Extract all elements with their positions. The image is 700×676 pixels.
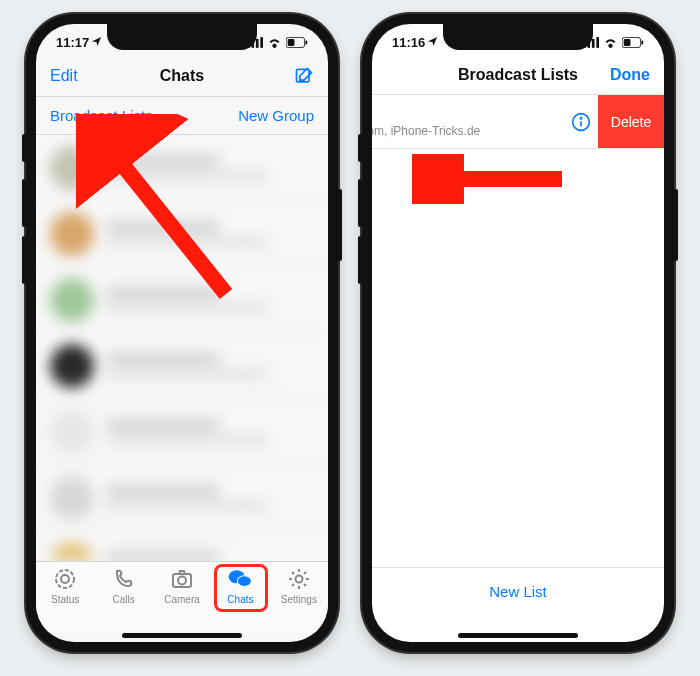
edit-button[interactable]: Edit xyxy=(50,67,78,85)
done-button[interactable]: Done xyxy=(610,66,650,84)
info-icon xyxy=(571,112,591,132)
svg-point-8 xyxy=(56,570,74,588)
tab-calls[interactable]: Calls xyxy=(94,566,152,605)
svg-rect-18 xyxy=(592,38,595,47)
new-list-button[interactable]: New List xyxy=(372,567,664,615)
tab-bar: Status Calls Camera Chats Settings xyxy=(36,561,328,633)
svg-rect-3 xyxy=(260,37,263,48)
highlight-chats-tab xyxy=(214,564,268,612)
svg-rect-19 xyxy=(596,37,599,48)
phone-right: 11:16 Broadcast Lists Done :: 2 cks.com,… xyxy=(362,14,674,652)
home-indicator[interactable] xyxy=(122,633,242,638)
svg-point-25 xyxy=(580,117,581,118)
svg-point-14 xyxy=(295,576,302,583)
tab-camera[interactable]: Camera xyxy=(153,566,211,605)
tab-status[interactable]: Status xyxy=(36,566,94,605)
phone-icon xyxy=(111,566,137,592)
chat-row[interactable] xyxy=(36,267,328,333)
nav-bar: Broadcast Lists Done xyxy=(372,60,664,95)
sub-nav: Broadcast Lists New Group xyxy=(36,97,328,135)
home-indicator[interactable] xyxy=(458,633,578,638)
location-icon xyxy=(91,35,102,50)
svg-rect-2 xyxy=(256,38,259,47)
svg-rect-22 xyxy=(641,40,643,44)
tab-label: Camera xyxy=(164,594,200,605)
row-subtitle: cks.com, iPhone-Tricks.de xyxy=(372,124,552,138)
chat-list[interactable] xyxy=(36,135,328,561)
status-time: 11:17 xyxy=(56,35,89,50)
svg-rect-21 xyxy=(624,39,631,46)
camera-icon xyxy=(169,566,195,592)
svg-rect-6 xyxy=(305,40,307,44)
broadcast-lists-button[interactable]: Broadcast Lists xyxy=(50,107,153,124)
phone-left: 11:17 Edit Chats Broadcast Lists New Gro… xyxy=(26,14,338,652)
nav-title: Chats xyxy=(160,67,204,85)
nav-title: Broadcast Lists xyxy=(458,66,578,84)
compose-icon xyxy=(294,66,314,86)
status-icon xyxy=(52,566,78,592)
battery-icon xyxy=(286,37,308,48)
gear-icon xyxy=(286,566,312,592)
wifi-icon xyxy=(603,37,618,48)
chat-row[interactable] xyxy=(36,531,328,561)
notch xyxy=(107,24,257,50)
chat-row[interactable] xyxy=(36,135,328,201)
svg-point-9 xyxy=(61,575,69,583)
broadcast-list-row[interactable]: :: 2 cks.com, iPhone-Tricks.de Delete xyxy=(372,95,664,149)
new-group-button[interactable]: New Group xyxy=(238,107,314,124)
notch xyxy=(443,24,593,50)
row-title: :: 2 xyxy=(372,106,552,122)
empty-area xyxy=(372,149,664,567)
nav-bar: Edit Chats xyxy=(36,60,328,97)
svg-rect-5 xyxy=(288,39,295,46)
tab-label: Settings xyxy=(281,594,317,605)
location-icon xyxy=(427,35,438,50)
chat-row[interactable] xyxy=(36,465,328,531)
compose-button[interactable] xyxy=(294,66,314,86)
row-content: :: 2 cks.com, iPhone-Tricks.de xyxy=(372,95,564,148)
chat-row[interactable] xyxy=(36,201,328,267)
delete-button[interactable]: Delete xyxy=(598,95,664,148)
status-time: 11:16 xyxy=(392,35,425,50)
tab-settings[interactable]: Settings xyxy=(270,566,328,605)
wifi-icon xyxy=(267,37,282,48)
screen: 11:17 Edit Chats Broadcast Lists New Gro… xyxy=(36,24,328,642)
screen: 11:16 Broadcast Lists Done :: 2 cks.com,… xyxy=(372,24,664,642)
tab-label: Status xyxy=(51,594,79,605)
chat-row[interactable] xyxy=(36,399,328,465)
chat-row[interactable] xyxy=(36,333,328,399)
tab-label: Calls xyxy=(112,594,134,605)
delete-label: Delete xyxy=(611,114,651,130)
svg-point-11 xyxy=(178,577,186,585)
new-list-label: New List xyxy=(489,583,547,600)
info-button[interactable] xyxy=(564,95,598,148)
battery-icon xyxy=(622,37,644,48)
